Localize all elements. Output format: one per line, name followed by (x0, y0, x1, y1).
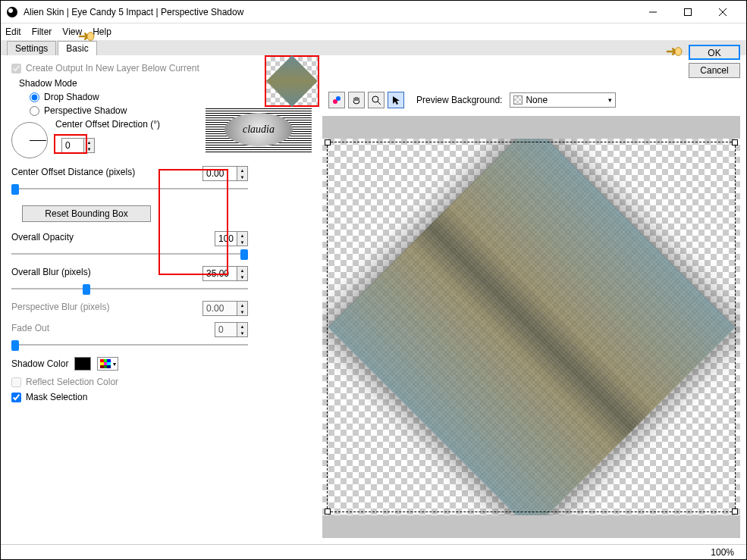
menu-edit[interactable]: Edit (5, 27, 21, 37)
mask-selection-checkbox[interactable]: Mask Selection (11, 392, 248, 402)
window-controls (636, 1, 740, 23)
tab-settings[interactable]: Settings (7, 41, 56, 55)
navigator-thumbnail[interactable] (265, 55, 319, 107)
shadow-mode-label: Shadow Mode (19, 78, 248, 89)
perspective-blur-label: Perspective Blur (pixels) (11, 302, 109, 312)
close-button[interactable] (705, 1, 740, 23)
mask-selection-label: Mask Selection (26, 392, 87, 402)
dialog-buttons: OK Cancel (689, 45, 740, 78)
svg-point-7 (372, 96, 378, 102)
fade-out-input (215, 323, 237, 336)
svg-point-4 (87, 33, 94, 41)
radio-perspective-shadow-input[interactable] (30, 106, 39, 116)
fade-out-spinner: ▲▼ (215, 322, 248, 337)
center-offset-distance-row: Center Offset Distance (pixels) ▲▼ (11, 166, 248, 195)
svg-rect-1 (685, 8, 692, 15)
spinner-up-icon[interactable]: ▲ (84, 139, 94, 145)
tool-eyedropper[interactable] (328, 92, 345, 108)
app-icon (7, 7, 17, 17)
center-offset-direction-input[interactable] (62, 139, 83, 152)
tab-strip: Settings Basic (1, 40, 746, 55)
shadow-color-palette[interactable] (97, 357, 118, 371)
radio-perspective-shadow-label: Perspective Shadow (44, 105, 127, 116)
handle-top-left[interactable] (325, 139, 331, 145)
cancel-button[interactable]: Cancel (689, 63, 740, 78)
spinner-up-icon[interactable]: ▲ (237, 267, 247, 274)
overall-blur-spinner[interactable]: ▲▼ (202, 266, 248, 281)
center-offset-direction-label: Center Offset Direction (°) (55, 119, 160, 130)
spinner-up-icon[interactable]: ▲ (237, 232, 247, 239)
minimize-button[interactable] (636, 1, 670, 23)
canvas-bottom-gray (322, 515, 740, 538)
overall-opacity-slider[interactable] (11, 248, 248, 260)
preview-background-label: Preview Background: (416, 95, 502, 105)
perspective-blur-row: Perspective Blur (pixels) ▲▼ (11, 301, 248, 316)
overall-opacity-input[interactable] (215, 232, 237, 246)
watermark: claudia (206, 107, 312, 152)
status-bar: 100% (1, 544, 746, 559)
spinner-down-icon[interactable]: ▼ (237, 274, 247, 280)
menu-help[interactable]: Help (93, 27, 111, 37)
pointer-hand-icon (78, 30, 95, 43)
overall-opacity-spinner[interactable]: ▲▼ (215, 231, 248, 246)
spinner-down-icon[interactable]: ▼ (237, 174, 247, 180)
fade-out-label: Fade Out (11, 323, 49, 333)
thumbnail-image (266, 55, 318, 107)
overall-opacity-label: Overall Opacity (11, 232, 74, 242)
overall-blur-label: Overall Blur (pixels) (11, 267, 91, 277)
handle-bottom-left[interactable] (325, 508, 331, 515)
transparency-icon (513, 95, 523, 105)
svg-point-9 (675, 48, 682, 56)
preview-toolbar: Preview Background: None (328, 92, 616, 108)
spinner-down-icon[interactable]: ▼ (237, 239, 247, 246)
tool-pointer[interactable] (388, 92, 404, 108)
create-output-check[interactable] (11, 64, 21, 74)
overall-blur-row: Overall Blur (pixels) ▲▼ (11, 266, 248, 295)
reflect-selection-color-checkbox: Reflect Selection Color (11, 377, 248, 387)
overall-blur-input[interactable] (203, 267, 237, 280)
perspective-blur-spinner: ▲▼ (202, 301, 248, 316)
bounding-box[interactable] (327, 142, 736, 512)
spinner-down-icon[interactable]: ▼ (84, 145, 94, 152)
svg-point-6 (336, 96, 341, 101)
reset-bounding-box-button[interactable]: Reset Bounding Box (22, 205, 151, 222)
menu-bar: Edit Filter View Help (1, 23, 746, 40)
center-offset-direction-spinner[interactable]: ▲▼ (61, 138, 95, 153)
overall-opacity-row: Overall Opacity ▲▼ (11, 231, 248, 260)
handle-top-right[interactable] (732, 139, 738, 145)
radio-drop-shadow[interactable]: Drop Shadow (30, 92, 248, 102)
radio-drop-shadow-input[interactable] (30, 92, 39, 102)
svg-line-8 (378, 102, 381, 105)
window-title: Alien Skin | Eye Candy 5 Impact | Perspe… (24, 7, 636, 17)
center-offset-distance-spinner[interactable]: ▲▼ (202, 166, 248, 181)
preview-canvas[interactable] (322, 139, 740, 515)
fade-out-row: Fade Out ▲▼ (11, 322, 248, 351)
spinner-up-icon: ▲ (237, 302, 247, 308)
shadow-color-swatch[interactable] (74, 357, 91, 371)
shadow-color-label: Shadow Color (11, 358, 68, 369)
mask-selection-check[interactable] (11, 393, 21, 402)
main-area: Create Output In New Layer Below Current… (1, 55, 746, 544)
handle-bottom-right[interactable] (732, 508, 738, 515)
preview-background-value: None (526, 95, 548, 105)
tool-zoom[interactable] (368, 92, 384, 108)
center-offset-distance-label: Center Offset Distance (pixels) (11, 167, 135, 177)
direction-dial[interactable] (11, 122, 48, 158)
center-offset-distance-input[interactable] (203, 167, 237, 180)
spinner-up-icon[interactable]: ▲ (237, 167, 247, 174)
maximize-button[interactable] (670, 1, 705, 23)
shadow-color-row: Shadow Color (11, 357, 248, 371)
overall-blur-slider[interactable] (11, 283, 248, 295)
fade-out-slider (11, 339, 248, 351)
ok-button[interactable]: OK (689, 45, 740, 60)
watermark-text: claudia (224, 113, 293, 146)
center-offset-distance-slider[interactable] (11, 183, 248, 195)
preview-background-combo[interactable]: None (510, 92, 616, 108)
menu-filter[interactable]: Filter (32, 27, 52, 37)
reflect-selection-color-check (11, 377, 21, 387)
perspective-blur-input (203, 302, 237, 315)
tool-hand[interactable] (348, 92, 365, 108)
create-output-checkbox[interactable]: Create Output In New Layer Below Current (11, 63, 248, 74)
spinner-down-icon: ▼ (237, 308, 247, 315)
spinner-up-icon: ▲ (237, 323, 247, 330)
